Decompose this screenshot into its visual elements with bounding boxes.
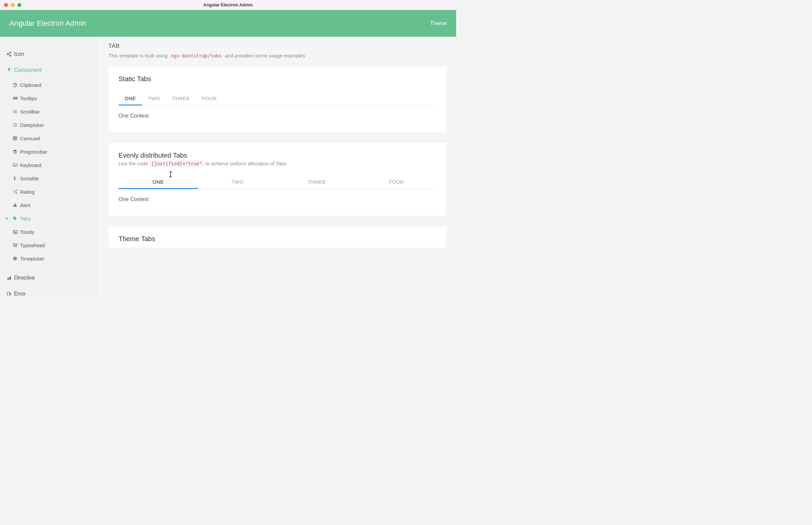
- code-snippet: ngx-bootstrap/tabs: [169, 52, 224, 59]
- svg-rect-41: [13, 243, 17, 245]
- card-evenly-distributed-tabs: Evenly distributed Tabs Use the code [ju…: [108, 143, 446, 216]
- sidebar-item-tooltips[interactable]: Tooltips: [0, 91, 98, 105]
- sidebar: Icon Component Clipboard Tooltips: [0, 37, 98, 296]
- svg-point-11: [14, 98, 15, 99]
- card-static-tabs: Static Tabs ONE TWO THREE FOUR One Conte…: [108, 66, 446, 132]
- app-title: Angular Electron Admin: [9, 19, 86, 28]
- svg-point-44: [16, 245, 17, 246]
- card-title: Theme Tabs: [119, 235, 436, 243]
- sidebar-item-label: Scrollbar: [20, 109, 40, 115]
- sidebar-item-label: Keyboard: [20, 162, 42, 168]
- keyboard-icon: [13, 163, 20, 167]
- share-icon: [4, 51, 14, 57]
- sidebar-item-error[interactable]: Error: [0, 286, 98, 296]
- svg-point-42: [14, 245, 15, 246]
- window-title: Angular Electron Admin: [0, 2, 456, 7]
- svg-point-5: [8, 68, 10, 71]
- sidebar-item-carousel[interactable]: Carousel: [0, 132, 98, 145]
- sidebar-item-alert[interactable]: Alert: [0, 198, 98, 212]
- stack-icon: [13, 149, 20, 154]
- sidebar-item-toasty[interactable]: Toasty: [0, 225, 98, 238]
- shuffle-icon: [13, 189, 20, 194]
- card-subtitle: Use the code [justified]="true" to achie…: [119, 161, 436, 166]
- sidebar-item-clipboard[interactable]: Clipboard: [0, 78, 98, 91]
- grid-icon: [13, 136, 20, 140]
- sidebar-item-component[interactable]: Component: [0, 62, 98, 78]
- news-icon: [13, 230, 20, 234]
- svg-line-4: [8, 55, 10, 56]
- sidebar-item-label: Clipboard: [20, 82, 42, 88]
- sidebar-item-label: Directive: [14, 275, 35, 281]
- svg-line-33: [13, 190, 14, 191]
- clipboard-icon: [13, 82, 20, 87]
- sidebar-item-label: Rating: [20, 189, 34, 195]
- tab-three[interactable]: THREE: [166, 92, 196, 105]
- sidebar-item-label: Tooltips: [20, 95, 37, 101]
- static-tablist: ONE TWO THREE FOUR: [119, 92, 436, 106]
- sidebar-item-scrollbar[interactable]: Scrollbar: [0, 105, 98, 118]
- svg-rect-49: [9, 277, 10, 280]
- page-title: TAB: [108, 43, 446, 49]
- sidebar-item-rating[interactable]: Rating: [0, 185, 98, 198]
- tab-two[interactable]: TWO: [198, 176, 277, 189]
- sidebar-item-label: Sortable: [20, 176, 39, 181]
- page-description: This template is built using ngx-bootstr…: [108, 53, 446, 58]
- tree-icon: [4, 68, 14, 73]
- sidebar-item-icon[interactable]: Icon: [0, 46, 98, 62]
- tab-four[interactable]: FOUR: [196, 92, 223, 105]
- svg-rect-8: [13, 84, 16, 87]
- svg-marker-30: [14, 179, 16, 180]
- sidebar-item-label: Typeahead: [20, 242, 45, 248]
- sort-icon: [13, 176, 20, 181]
- sidebar-item-timepicker[interactable]: Timepicker: [0, 252, 98, 265]
- svg-point-1: [7, 54, 8, 55]
- titlebar: Angular Electron Admin: [0, 0, 456, 10]
- sidebar-item-keyboard[interactable]: Keyboard: [0, 158, 98, 172]
- svg-rect-48: [7, 278, 8, 280]
- svg-point-35: [15, 206, 15, 206]
- tab-four[interactable]: FOUR: [356, 176, 436, 189]
- even-tablist: ONE TWO THREE FOUR: [119, 176, 436, 189]
- timepicker-icon: [13, 256, 20, 261]
- window-close-button[interactable]: [4, 3, 8, 7]
- tab-content: One Context: [119, 106, 436, 119]
- sidebar-item-label: Icon: [14, 51, 24, 57]
- tab-three[interactable]: THREE: [277, 176, 357, 189]
- window-zoom-button[interactable]: [17, 3, 21, 7]
- sidebar-item-label: Component: [14, 67, 42, 73]
- sidebar-item-tabs[interactable]: Tabs: [0, 212, 98, 225]
- window-minimize-button[interactable]: [11, 3, 15, 7]
- card-title: Static Tabs: [119, 75, 436, 83]
- exit-icon: [4, 291, 14, 296]
- card-theme-tabs: Theme Tabs: [108, 226, 446, 247]
- svg-point-36: [14, 217, 15, 218]
- tab-two[interactable]: TWO: [142, 92, 166, 105]
- sidebar-item-label: Alert: [20, 202, 30, 208]
- tag-icon: [13, 216, 20, 221]
- sidebar-item-label: Timepicker: [20, 256, 44, 261]
- sidebar-item-directive[interactable]: Directive: [0, 270, 98, 286]
- active-dot-icon: [6, 218, 8, 220]
- sidebar-item-label: Error: [14, 291, 26, 296]
- code-snippet: [justified]="true": [150, 160, 204, 167]
- svg-line-3: [8, 53, 10, 54]
- sidebar-item-typeahead[interactable]: Typeahead: [0, 238, 98, 252]
- clock-icon: [13, 123, 20, 127]
- svg-rect-23: [13, 164, 17, 166]
- sidebar-item-label: Toasty: [20, 229, 34, 235]
- card-title: Evenly distributed Tabs: [119, 152, 436, 159]
- tab-one[interactable]: ONE: [119, 176, 198, 189]
- typeahead-icon: [13, 243, 20, 247]
- svg-point-2: [10, 55, 11, 57]
- sidebar-item-label: Carousel: [20, 136, 40, 141]
- list-icon: [13, 109, 20, 114]
- svg-rect-6: [9, 70, 9, 72]
- svg-point-43: [15, 245, 16, 246]
- app-header: Angular Electron Admin Theme: [0, 10, 456, 37]
- svg-marker-22: [13, 150, 17, 152]
- sidebar-item-progressbar[interactable]: Progressbar: [0, 145, 98, 158]
- sidebar-item-sortable[interactable]: Sortable: [0, 172, 98, 185]
- theme-link[interactable]: Theme: [430, 20, 447, 26]
- sidebar-item-datepicker[interactable]: Datepicker: [0, 118, 98, 132]
- tab-one[interactable]: ONE: [119, 92, 142, 105]
